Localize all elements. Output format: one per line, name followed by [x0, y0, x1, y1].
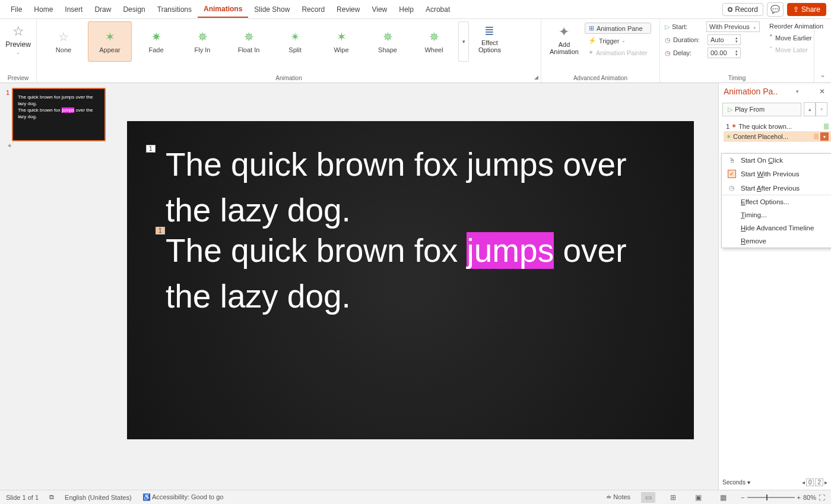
star-icon: ✶ [731, 122, 737, 130]
ctx-start-with-previous[interactable]: ✓Start With Previous [722, 167, 831, 181]
slide-text-1[interactable]: The quick brown fox jumps over the lazy … [166, 142, 670, 233]
workspace: 1 The quick brown fox jumps over the laz… [0, 83, 831, 490]
start-dropdown[interactable]: With Previous⌄ [706, 21, 760, 32]
accessibility-status[interactable]: ♿ Accessibility: Good to go [142, 493, 224, 501]
animation-pane-footer: Seconds ▾ ◂02▸ [719, 478, 831, 486]
pane-move-up[interactable]: ▴ [804, 102, 816, 116]
gallery-wipe[interactable]: ✶Wipe [319, 21, 363, 62]
wheel-icon: ✵ [429, 30, 439, 44]
slideshow-view-icon[interactable]: ▦ [716, 492, 730, 503]
ctx-start-after-previous[interactable]: ◷Start After Previous [722, 181, 831, 195]
appear-icon: ✶ [105, 30, 115, 44]
record-label: Record [735, 5, 758, 14]
up-icon: ˄ [769, 34, 773, 42]
gallery-shape[interactable]: ✵Shape [366, 21, 410, 62]
menu-view[interactable]: View [366, 2, 393, 17]
effect-options-button[interactable]: ≣ Effect Options [475, 21, 505, 56]
animation-item-2[interactable]: ✶ Content Placehol... ▾ [724, 131, 831, 142]
menu-home[interactable]: Home [28, 2, 59, 17]
ribbon-group-timing: ▷Start:With Previous⌄ ◷Duration:Auto▴▾ ◷… [660, 19, 814, 83]
play-from-button[interactable]: ▷Play From [722, 103, 801, 116]
duration-input[interactable]: Auto▴▾ [708, 34, 741, 45]
reading-view-icon[interactable]: ▣ [691, 492, 705, 503]
gallery-fade[interactable]: ✷Fade [134, 21, 178, 62]
animation-pane: Animation Pa.. ▾ ✕ ▷Play From ▴ ▾ 1 ✶ Th… [718, 83, 831, 490]
menu-slideshow[interactable]: Slide Show [248, 2, 296, 17]
gallery-floatin[interactable]: ✵Float In [227, 21, 271, 62]
timeline-ruler[interactable]: ◂02▸ [802, 478, 827, 486]
animation-pane-menu[interactable]: ▾ [796, 88, 799, 94]
menu-acrobat[interactable]: Acrobat [420, 2, 456, 17]
normal-view-icon[interactable]: ▭ [641, 492, 655, 503]
menu-design[interactable]: Design [117, 2, 151, 17]
gallery-none[interactable]: ☆None [42, 21, 85, 62]
menu-insert[interactable]: Insert [59, 2, 88, 17]
animation-pane-close[interactable]: ✕ [817, 87, 827, 96]
zoom-in-icon[interactable]: + [797, 494, 801, 501]
trigger-button[interactable]: ⚡Trigger ⌄ [585, 36, 651, 46]
slide-canvas-area[interactable]: 1 1 The quick brown fox jumps over the l… [119, 83, 718, 490]
gallery-appear[interactable]: ✶Appear [88, 21, 132, 62]
sorter-view-icon[interactable]: ⊞ [666, 492, 680, 503]
menu-animations[interactable]: Animations [198, 1, 248, 18]
slide-thumbnail-1[interactable]: The quick brown fox jumps over the lazy … [12, 88, 106, 141]
effect-options-icon: ≣ [484, 24, 494, 38]
slide-text-2[interactable]: The quick brown fox jumps over the lazy … [166, 228, 670, 319]
record-button[interactable]: Record [722, 3, 763, 16]
notes-button[interactable]: ≐ Notes [606, 493, 630, 501]
slide-counter: Slide 1 of 1 [6, 494, 39, 501]
zoom-slider[interactable] [747, 497, 795, 498]
preview-button[interactable]: ☆ Preview ⌄ [5, 21, 31, 58]
menu-draw[interactable]: Draw [88, 2, 117, 17]
menu-record[interactable]: Record [296, 2, 331, 17]
animation-painter-button: ✦Animation Painter [585, 47, 651, 58]
fit-to-window-icon[interactable]: ⛶ [819, 494, 825, 501]
down-icon: ˅ [769, 46, 773, 53]
delay-input[interactable]: 00.00▴▾ [708, 47, 741, 58]
move-earlier-button[interactable]: ˄Move Earlier [766, 33, 827, 43]
delay-label: Delay: [673, 49, 705, 56]
language-status[interactable]: English (United States) [65, 494, 132, 501]
ctx-effect-options[interactable]: Effect Options... [722, 195, 831, 208]
none-icon: ☆ [58, 30, 69, 44]
star-icon: ✶ [726, 133, 731, 141]
gallery-flyin[interactable]: ✵Fly In [180, 21, 224, 62]
gallery-split[interactable]: ✴Split [273, 21, 317, 62]
zoom-control[interactable]: − + 80% ⛶ [741, 494, 825, 501]
animation-tag-2[interactable]: 1 [156, 227, 165, 234]
play-icon: ▷ [665, 23, 670, 31]
add-animation-button[interactable]: ✦ Add Animation [546, 21, 582, 58]
menu-help[interactable]: Help [393, 2, 420, 17]
wipe-icon: ✶ [337, 30, 347, 44]
menu-review[interactable]: Review [331, 2, 366, 17]
share-button[interactable]: ⇪Share [787, 3, 826, 16]
zoom-out-icon[interactable]: − [741, 494, 744, 501]
animation-item-dropdown[interactable]: ▾ [820, 132, 829, 141]
status-icon[interactable]: ⧉ [49, 493, 54, 501]
seconds-button[interactable]: Seconds ▾ [722, 479, 750, 486]
delay-icon: ◷ [665, 49, 671, 57]
animation-tag-1[interactable]: 1 [146, 145, 156, 153]
clock-icon: ◷ [665, 36, 671, 44]
zoom-value[interactable]: 80% [803, 494, 816, 501]
dialog-launcher-animation[interactable]: ◢ [534, 74, 538, 80]
gallery-wheel[interactable]: ✵Wheel [412, 21, 456, 62]
ctx-timing[interactable]: Timing... [722, 208, 831, 221]
animation-context-menu: 🖱Start On Click ✓Start With Previous ◷St… [721, 153, 831, 248]
animation-pane-button[interactable]: ⊞Animation Pane [585, 23, 651, 34]
animation-item-1[interactable]: 1 ✶ The quick brown... [724, 121, 831, 131]
menu-file[interactable]: File [5, 2, 28, 17]
ctx-start-on-click[interactable]: 🖱Start On Click [722, 154, 831, 167]
add-animation-icon: ✦ [559, 24, 569, 40]
menu-transitions[interactable]: Transitions [151, 2, 198, 17]
ctx-remove[interactable]: Remove [722, 234, 831, 248]
pane-move-down[interactable]: ▾ [816, 102, 827, 116]
ribbon-group-animation: ☆None ✶Appear ✷Fade ✵Fly In ✵Float In ✴S… [37, 19, 541, 83]
group-label-advanced: Advanced Animation [541, 75, 659, 81]
group-label-timing: Timing [660, 75, 814, 81]
comments-button[interactable]: 💬 [767, 2, 784, 17]
menubar: File Home Insert Draw Design Transitions… [0, 0, 831, 19]
ctx-hide-timeline[interactable]: Hide Advanced Timeline [722, 221, 831, 234]
gallery-more[interactable]: ▾ [458, 21, 469, 62]
slide[interactable]: 1 1 The quick brown fox jumps over the l… [127, 121, 694, 439]
